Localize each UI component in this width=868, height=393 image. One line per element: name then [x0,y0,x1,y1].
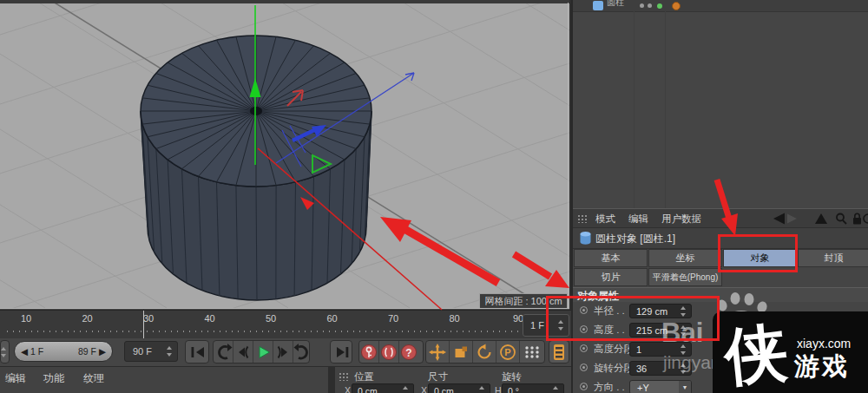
viewport[interactable]: 网格间距 : 100 cm [0,0,569,309]
play-backwards-button[interactable] [233,341,253,363]
xiayx-site-url: xiayx.com [797,337,851,350]
menu-edit[interactable]: 编辑 [628,213,648,226]
chevron-down-icon: ▼ [679,381,691,393]
key-scale-toggle[interactable] [450,341,473,363]
play-button[interactable] [253,341,273,363]
rotation-header: 旋转 [502,370,522,383]
tab-coord[interactable]: 坐标 [648,249,722,267]
mini-stepper[interactable] [0,340,10,364]
ruler-tick-label: 40 [204,313,214,324]
stepper-icon[interactable] [557,320,565,331]
key-parameter-toggle[interactable]: P [496,341,520,363]
keyframe-selection-button[interactable] [549,340,569,364]
axis-label: H [495,385,502,393]
animation-toolbar: ◀ 1 F 89 F ▶ 90 F [0,338,571,366]
timeline-ruler[interactable]: 102030405060708090 1 F [0,310,571,338]
up-arrow-icon [815,213,827,224]
position-header: 位置 [354,370,374,383]
preview-range-slider[interactable]: ◀ 1 F 89 F ▶ [14,341,113,362]
axis-label: X [421,385,427,393]
play-forwards-button[interactable] [273,341,293,363]
ruler-tick-label: 80 [449,313,459,324]
stepper-icon[interactable] [478,386,486,393]
tab-caps[interactable]: 封顶 [798,249,868,267]
record-options-button[interactable]: ? [399,341,418,363]
range-start: ◀ 1 F [21,342,43,361]
column-divider [634,11,635,208]
stepper-icon[interactable] [402,386,410,393]
coordinate-manager: 位置 尺寸 旋转 X 0 cm X 0 cm H 0 ° [335,366,571,393]
visibility-dot-icon[interactable] [648,3,652,8]
ruler-tick-label: 50 [266,313,276,324]
next-key-icon [293,343,312,362]
record-keyframe-button[interactable] [359,341,379,363]
xiayx-word: 游戏 [794,350,850,384]
viewport-border [568,3,569,309]
size-x-field[interactable]: 0 cm [428,383,490,393]
menu-texture[interactable]: 纹理 [83,371,104,386]
menu-user-data[interactable]: 用户数据 [661,213,701,226]
rotation-h-field[interactable]: 0 ° [502,383,564,393]
layer-dot-icon[interactable] [672,2,681,10]
stepper-icon[interactable] [552,386,560,393]
keyframe-list-icon [549,343,569,362]
menu-function[interactable]: 功能 [43,371,64,386]
total-frames-value: 90 F [133,346,152,357]
goto-end-button[interactable] [330,340,352,364]
svg-text:P: P [504,347,510,357]
rotation-segments-label: 旋转分段 [594,362,634,375]
key-position-toggle[interactable] [426,341,450,363]
previous-key-button[interactable] [214,341,233,363]
menu-mode[interactable]: 模式 [595,213,615,226]
viewport-border [0,308,569,309]
panel-grip-icon[interactable] [577,214,589,223]
key-pla-toggle[interactable] [520,341,544,363]
ruler-tick-label: 20 [82,313,92,324]
animation-dot-icon[interactable] [580,344,588,352]
c4d-window: 网格间距 : 100 cm 102030405060708090 1 F ◀ 1… [0,0,868,393]
animation-dot-icon[interactable] [580,325,588,333]
tab-phong[interactable]: 平滑着色(Phong) [648,268,722,286]
viewport-scene [0,0,569,309]
previous-key-icon [214,343,233,362]
key-rotation-toggle[interactable] [473,341,496,363]
animation-dot-icon[interactable] [580,383,588,390]
current-frame-field[interactable]: 1 F [523,314,569,337]
ruler-tick-label: 70 [388,313,398,324]
search-icon [837,214,846,225]
object-item-label[interactable]: 圆柱 [607,0,624,9]
playback-group [213,340,310,364]
parameter-p-icon: P [498,343,517,362]
panel-grip-icon[interactable] [339,372,350,381]
visibility-dot-icon[interactable] [640,3,644,8]
total-frames-field[interactable]: 90 F [124,341,178,362]
play-icon [253,343,273,362]
baidu-watermark-text: Bai [661,318,703,349]
size-header: 尺寸 [428,370,448,383]
object-title-row: 圆柱对象 [圆柱.1] [573,228,868,249]
history-nav-icons[interactable] [769,212,868,226]
position-x-field[interactable]: 0 cm [352,383,414,393]
tab-slice[interactable]: 切片 [574,268,648,286]
xiayx-watermark-block: 侠 xiayx.com 游戏 [713,311,868,393]
radius-input[interactable]: 129 cm [629,304,692,318]
object-title: 圆柱对象 [圆柱.1] [595,232,675,246]
current-frame-value: 1 F [530,320,544,331]
goto-start-button[interactable] [185,340,209,364]
stepper-icon[interactable] [680,306,687,317]
tab-basic[interactable]: 基本 [574,249,648,267]
attribute-manager-menu: 模式 编辑 用户数据 [573,208,868,228]
autokeying-button[interactable] [379,341,399,363]
autokeying-icon [379,343,398,362]
menu-edit[interactable]: 编辑 [5,371,26,386]
next-key-button[interactable] [293,341,312,363]
orientation-dropdown[interactable]: +Y ▼ [629,380,692,393]
enable-dot-icon[interactable] [657,3,662,9]
cube-icon [593,1,603,10]
tab-object[interactable]: 对象 [723,249,797,267]
frame-tick-dots [7,331,519,332]
animation-dot-icon[interactable] [580,364,588,371]
stepper-icon[interactable] [166,346,174,357]
animation-dot-icon[interactable] [580,306,588,314]
scale-icon [451,343,470,362]
